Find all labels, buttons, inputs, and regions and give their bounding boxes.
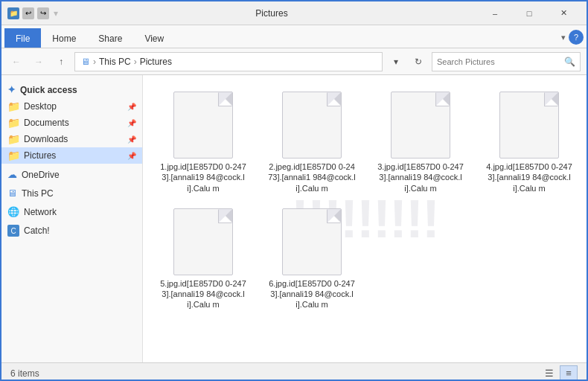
tab-view[interactable]: View	[133, 28, 175, 48]
minimize-button[interactable]: –	[478, 1, 512, 25]
path-part-pc: This PC	[99, 57, 131, 67]
path-sep1: ›	[93, 57, 96, 67]
path-home-icon: 🖥	[81, 57, 90, 67]
sidebar-section-network: 🌐 Network	[1, 204, 142, 220]
address-bar: ← → ↑ 🖥 › This PC › Pictures ▾ ↻ 🔍	[1, 48, 587, 75]
separator: ▾	[52, 8, 60, 19]
title-bar: 📁 ↩ ↪ ▾ Pictures – □ ✕	[1, 1, 587, 25]
sidebar-item-network[interactable]: 🌐 Network	[1, 204, 142, 220]
status-bar: 6 items ☰ ≡	[1, 362, 587, 381]
maximize-button[interactable]: □	[512, 1, 546, 25]
catch-label: Catch!	[24, 225, 50, 236]
refresh-btn[interactable]: ↻	[409, 53, 427, 71]
app-icon: 📁	[7, 7, 19, 19]
sidebar-item-desktop[interactable]: 📁 Desktop 📌	[1, 98, 142, 115]
file-area: !!!!!!!!! 1.jpg.id[1E857D0 0-2473].[anna…	[143, 75, 587, 362]
view-controls: ☰ ≡	[540, 365, 578, 382]
file-icon-fold2	[436, 92, 450, 106]
file-item[interactable]: 2.jpeg.id[1E857D0 0-2473].[annali1 984@c…	[263, 87, 360, 198]
file-icon-fold2	[545, 92, 558, 106]
star-icon: ✦	[7, 84, 16, 95]
network-label: Network	[24, 207, 57, 217]
tab-home[interactable]: Home	[41, 28, 87, 48]
title-controls: – □ ✕	[478, 1, 581, 25]
sidebar-item-thispc[interactable]: 🖥 This PC	[1, 185, 142, 201]
pin-icon-documents: 📌	[127, 119, 136, 127]
tab-share[interactable]: Share	[87, 28, 133, 48]
quick-access-icon2[interactable]: ↪	[37, 7, 49, 19]
folder-icon-pictures: 📁	[7, 150, 19, 161]
catch-icon: C	[7, 225, 19, 237]
file-item[interactable]: 4.jpg.id[1E857D0 0-2473].[annali19 84@co…	[481, 87, 578, 198]
search-box[interactable]: 🔍	[432, 52, 581, 71]
file-icon	[173, 92, 233, 159]
quick-access-label: Quick access	[20, 85, 77, 95]
sidebar-item-onedrive[interactable]: ☁ OneDrive	[1, 167, 142, 182]
file-icon	[282, 92, 342, 159]
search-icon: 🔍	[564, 57, 575, 67]
onedrive-label: OneDrive	[22, 170, 60, 180]
file-item[interactable]: 3.jpg.id[1E857D0 0-2473].[annali19 84@co…	[372, 87, 469, 198]
cloud-icon: ☁	[7, 169, 17, 180]
sidebar: ✦ Quick access 📁 Desktop 📌 📁 Documents 📌…	[1, 75, 143, 362]
sidebar-item-documents[interactable]: 📁 Documents 📌	[1, 115, 142, 131]
path-sep2: ›	[134, 57, 137, 67]
file-name: 4.jpg.id[1E857D0 0-2473].[annali19 84@co…	[485, 161, 573, 193]
ribbon-collapse-btn[interactable]: ▾	[561, 33, 566, 42]
file-icon-fold2	[219, 92, 232, 106]
forward-button[interactable]: →	[30, 53, 48, 71]
file-name: 6.jpg.id[1E857D0 0-2473].[annali19 84@co…	[268, 278, 356, 310]
folder-icon-documents: 📁	[7, 117, 19, 129]
file-icon-fold2	[327, 92, 341, 106]
sidebar-item-pictures[interactable]: 📁 Pictures 📌	[1, 147, 142, 164]
file-icon	[499, 92, 559, 159]
up-button[interactable]: ↑	[52, 53, 70, 71]
sidebar-quick-access[interactable]: ✦ Quick access	[1, 81, 142, 98]
file-icon	[282, 208, 342, 275]
documents-label: Documents	[24, 118, 69, 128]
search-input[interactable]	[437, 57, 561, 66]
thispc-label: This PC	[22, 188, 54, 199]
network-icon: 🌐	[7, 206, 19, 217]
address-path[interactable]: 🖥 › This PC › Pictures	[74, 52, 383, 71]
pc-icon: 🖥	[7, 188, 17, 199]
file-name: 2.jpeg.id[1E857D0 0-2473].[annali1 984@c…	[268, 161, 356, 193]
sidebar-section-quick-access: ✦ Quick access 📁 Desktop 📌 📁 Documents 📌…	[1, 81, 142, 164]
sidebar-item-catch[interactable]: C Catch!	[1, 222, 142, 239]
quick-access-icon1[interactable]: ↩	[22, 7, 34, 19]
folder-icon-downloads: 📁	[7, 133, 19, 145]
details-view-btn[interactable]: ≡	[560, 365, 578, 382]
main-layout: ✦ Quick access 📁 Desktop 📌 📁 Documents 📌…	[1, 75, 587, 362]
item-count: 6 items	[10, 368, 39, 379]
file-icon	[391, 92, 450, 159]
list-view-btn[interactable]: ☰	[540, 365, 558, 382]
pin-icon-desktop: 📌	[127, 103, 136, 111]
sidebar-section-catch: C Catch!	[1, 222, 142, 239]
file-item[interactable]: 6.jpg.id[1E857D0 0-2473].[annali19 84@co…	[263, 204, 360, 315]
help-button[interactable]: ?	[569, 30, 584, 45]
ribbon-tabs: File Home Share View ▾ ?	[1, 25, 587, 48]
pin-icon-downloads: 📌	[127, 135, 136, 144]
files-grid: 1.jpg.id[1E857D0 0-2473].[annali19 84@co…	[155, 87, 575, 315]
sidebar-section-onedrive: ☁ OneDrive	[1, 167, 142, 182]
path-part-pictures: Pictures	[140, 57, 172, 67]
sidebar-item-downloads[interactable]: 📁 Downloads 📌	[1, 131, 142, 147]
file-icon-fold2	[327, 209, 341, 222]
window-title: Pictures	[65, 8, 478, 19]
tab-file[interactable]: File	[4, 28, 41, 48]
downloads-label: Downloads	[24, 134, 68, 144]
file-icon-fold2	[219, 209, 232, 222]
pin-icon-pictures: 📌	[127, 152, 136, 160]
file-name: 5.jpg.id[1E857D0 0-2473].[annali19 84@co…	[159, 278, 247, 310]
file-name: 1.jpg.id[1E857D0 0-2473].[annali19 84@co…	[159, 161, 247, 193]
back-button[interactable]: ←	[7, 53, 25, 71]
file-item[interactable]: 1.jpg.id[1E857D0 0-2473].[annali19 84@co…	[155, 87, 252, 198]
close-button[interactable]: ✕	[546, 1, 581, 25]
desktop-label: Desktop	[24, 101, 57, 112]
ribbon: File Home Share View ▾ ?	[1, 25, 587, 48]
folder-icon-desktop: 📁	[7, 100, 19, 112]
pictures-label: Pictures	[24, 150, 56, 161]
file-name: 3.jpg.id[1E857D0 0-2473].[annali19 84@co…	[377, 161, 464, 193]
path-dropdown-btn[interactable]: ▾	[387, 53, 405, 71]
file-item[interactable]: 5.jpg.id[1E857D0 0-2473].[annali19 84@co…	[155, 204, 252, 315]
